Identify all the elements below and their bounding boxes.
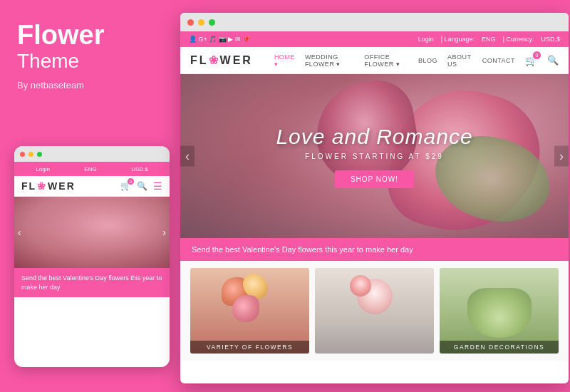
mobile-currency: USD.$ bbox=[131, 166, 148, 172]
mobile-mockup: Login ENG USD.$ FL ❀ WER 🛒 0 🔍 ☰ ‹ › bbox=[14, 146, 170, 367]
hero-shop-now-button[interactable]: Shop Now! bbox=[335, 170, 414, 188]
product-card-variety: VARIETY OF FLOWERS bbox=[190, 268, 309, 354]
browser-dot-yellow[interactable] bbox=[198, 19, 204, 26]
theme-author: By netbaseteam bbox=[17, 80, 160, 91]
browser-cart-icon[interactable]: 🛒 0 bbox=[525, 55, 537, 66]
hero-next-arrow[interactable]: › bbox=[554, 146, 569, 167]
browser-navbar: FL ❀ WER HOME ▾ WEDDING FLOWER ▾ OFFICE … bbox=[180, 47, 569, 74]
mobile-prev-arrow[interactable]: ‹ bbox=[18, 227, 21, 238]
product-section: VARIETY OF FLOWERS GARDEN DECORATIONS bbox=[180, 261, 569, 361]
flower-pink bbox=[232, 295, 259, 322]
nav-about-us[interactable]: ABOUT US bbox=[447, 53, 472, 68]
mobile-logo-fl: FL bbox=[21, 180, 36, 192]
browser-nav-links: HOME ▾ WEDDING FLOWER ▾ OFFICE FLOWER ▾ … bbox=[274, 53, 559, 68]
hero-prev-arrow[interactable]: ‹ bbox=[180, 146, 195, 167]
nav-contact[interactable]: CONTACT bbox=[482, 57, 515, 64]
mobile-logo: FL ❀ WER bbox=[21, 180, 76, 192]
product-label-variety: VARIETY OF FLOWERS bbox=[190, 341, 309, 354]
mobile-logo-flower-icon: ❀ bbox=[37, 180, 47, 192]
mobile-menu-icon[interactable]: ☰ bbox=[153, 180, 162, 192]
mobile-lang[interactable]: ENG bbox=[84, 166, 96, 172]
mobile-logo-bar: FL ❀ WER 🛒 0 🔍 ☰ bbox=[14, 176, 170, 197]
browser-dot-green[interactable] bbox=[209, 19, 215, 26]
browser-search-icon[interactable]: 🔍 bbox=[547, 55, 559, 66]
hero-title: Love and Romance bbox=[276, 125, 472, 148]
theme-title: Flower bbox=[17, 21, 160, 48]
product-card-garden: GARDEN DECORATIONS bbox=[440, 268, 559, 354]
mobile-logo-wer: WER bbox=[48, 180, 76, 192]
mobile-titlebar bbox=[14, 146, 170, 162]
browser-language-value[interactable]: ENG bbox=[482, 36, 496, 43]
garden-plants bbox=[467, 288, 532, 338]
browser-dot-red[interactable] bbox=[187, 19, 194, 26]
mobile-hero-bg bbox=[14, 197, 170, 268]
left-panel: Flower Theme By netbaseteam Login ENG US… bbox=[0, 0, 177, 392]
mobile-topbar: Login ENG USD.$ bbox=[14, 162, 170, 176]
browser-window: 👤 G+ 🎵 📷 ▶ ✉ 📌 Login | Language: ENG | C… bbox=[180, 13, 569, 383]
nav-home[interactable]: HOME ▾ bbox=[274, 53, 295, 68]
product-bg-garden: GARDEN DECORATIONS bbox=[440, 268, 559, 354]
mobile-cart-badge: 0 bbox=[128, 178, 134, 185]
hero-content: Love and Romance FLOWER STARTING AT $29 … bbox=[276, 125, 472, 188]
browser-social-icons: 👤 G+ 🎵 📷 ▶ ✉ 📌 bbox=[189, 36, 411, 43]
mobile-dot-yellow bbox=[28, 152, 33, 157]
nav-office-flower[interactable]: OFFICE FLOWER ▾ bbox=[364, 53, 408, 68]
nav-blog[interactable]: BLOG bbox=[418, 57, 437, 64]
nav-wedding-flower[interactable]: WEDDING FLOWER ▾ bbox=[305, 53, 354, 68]
mobile-dot-red bbox=[20, 152, 25, 157]
browser-currency-label: | Currency: bbox=[503, 36, 534, 43]
browser-titlebar bbox=[180, 13, 569, 31]
mobile-caption: Send the best Valentine's Day flowers th… bbox=[14, 268, 170, 297]
browser-topnav: 👤 G+ 🎵 📷 ▶ ✉ 📌 Login | Language: ENG | C… bbox=[180, 31, 569, 47]
flower-pink-small bbox=[350, 275, 371, 296]
browser-logo: FL ❀ WER bbox=[190, 53, 253, 67]
hero-subtitle: FLOWER STARTING AT $29 bbox=[276, 153, 472, 160]
browser-cart-badge: 0 bbox=[533, 51, 541, 59]
browser-currency-value[interactable]: USD,$ bbox=[541, 36, 560, 43]
mobile-cart-icon[interactable]: 🛒 0 bbox=[120, 181, 131, 191]
product-bg-variety: VARIETY OF FLOWERS bbox=[190, 268, 309, 354]
browser-language-label: | Language: bbox=[441, 36, 475, 43]
browser-hero: Love and Romance FLOWER STARTING AT $29 … bbox=[180, 74, 569, 238]
mobile-hero: ‹ › bbox=[14, 197, 170, 268]
browser-logo-wer: WER bbox=[220, 54, 253, 67]
browser-login[interactable]: Login bbox=[418, 36, 434, 43]
mobile-nav-icons: 🛒 0 🔍 ☰ bbox=[120, 180, 162, 192]
product-label-garden: GARDEN DECORATIONS bbox=[440, 341, 559, 354]
product-bg-middle bbox=[315, 268, 434, 354]
mobile-dot-green bbox=[37, 152, 42, 157]
theme-subtitle: Theme bbox=[17, 50, 160, 73]
browser-logo-flower-icon: ❀ bbox=[209, 53, 220, 67]
mobile-next-arrow[interactable]: › bbox=[162, 227, 166, 238]
mobile-search-icon[interactable]: 🔍 bbox=[137, 181, 147, 191]
browser-logo-fl: FL bbox=[190, 54, 209, 67]
product-card-middle bbox=[315, 268, 434, 354]
browser-caption-bar: Send the best Valentine's Day flowers th… bbox=[180, 238, 569, 261]
mobile-login[interactable]: Login bbox=[36, 166, 50, 172]
